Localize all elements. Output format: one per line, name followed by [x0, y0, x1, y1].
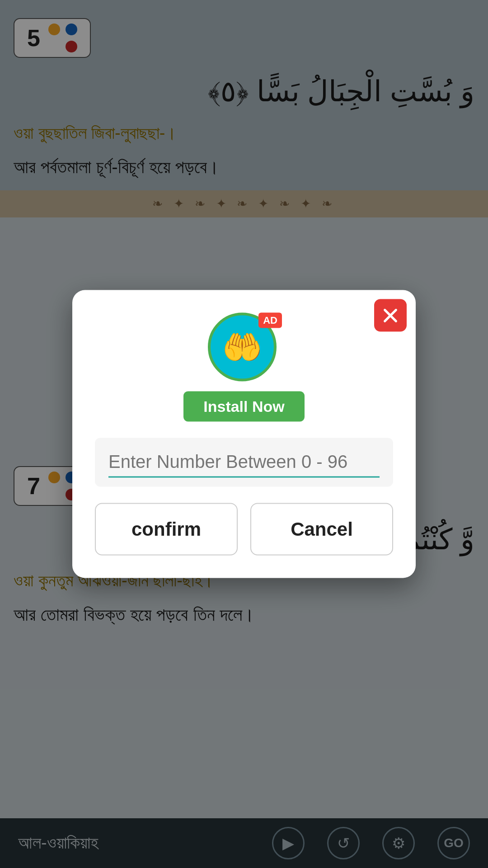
modal-close-button[interactable]	[374, 299, 407, 332]
number-input-wrapper	[95, 438, 393, 487]
modal-buttons: confirm Cancel	[95, 503, 393, 556]
confirm-button[interactable]: confirm	[95, 503, 238, 556]
modal-dialog: 🤲 AD Install Now confirm Cancel	[72, 290, 416, 578]
cancel-button[interactable]: Cancel	[250, 503, 393, 556]
hands-icon: 🤲	[222, 328, 263, 366]
verse-number-input[interactable]	[108, 447, 380, 478]
ad-section: 🤲 AD Install Now	[95, 313, 393, 422]
install-now-button[interactable]: Install Now	[183, 392, 304, 422]
ad-icon-wrapper: 🤲 AD	[208, 313, 280, 385]
ad-badge: AD	[258, 313, 282, 328]
